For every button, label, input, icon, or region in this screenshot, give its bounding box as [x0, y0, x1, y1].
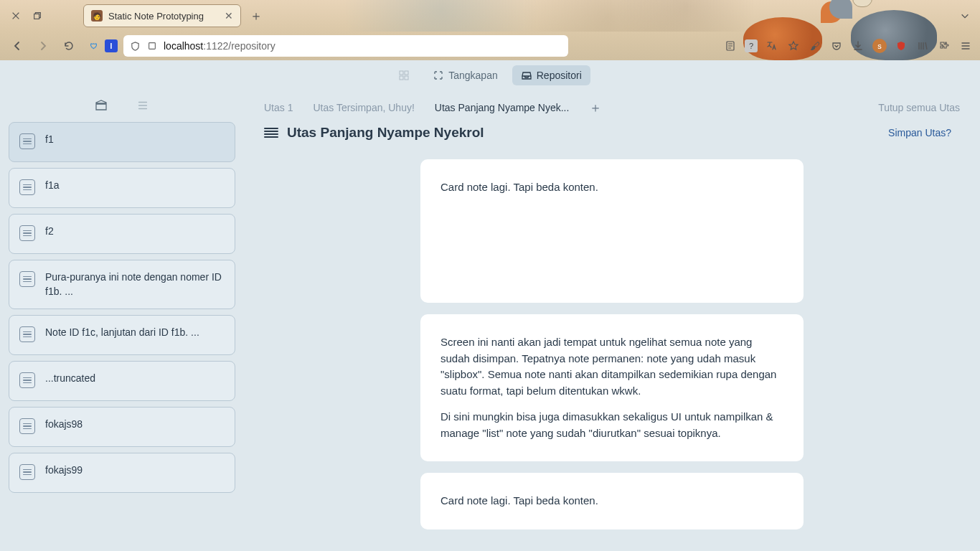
bookmark-star-icon[interactable]: [786, 39, 801, 53]
top-nav-repositori[interactable]: Repositori: [512, 65, 590, 85]
extension-brush-icon[interactable]: 🖌: [808, 39, 822, 53]
main-row: f1f1af2Pura-puranya ini note dengan nome…: [0, 90, 980, 551]
top-nav-label: Tangkapan: [448, 70, 498, 81]
extension-icon-shield[interactable]: 🛡: [88, 39, 100, 52]
svg-rect-0: [34, 14, 39, 19]
nav-reload-button[interactable]: [59, 36, 79, 56]
sidebar-card-text: f1: [45, 133, 54, 147]
close-window-icon[interactable]: [10, 10, 22, 22]
svg-rect-4: [405, 71, 408, 75]
close-all-threads-button[interactable]: Tutup semua Utas: [878, 102, 960, 113]
account-badge[interactable]: s: [872, 39, 887, 53]
toolbar-right-icons: ? 🖌 s: [723, 39, 973, 53]
translate-icon[interactable]: [765, 39, 779, 53]
note-card[interactable]: Screen ini nanti akan jadi tempat untuk …: [420, 314, 804, 461]
app-menu-icon[interactable]: [958, 39, 973, 53]
save-thread-button[interactable]: Simpan Utas?: [888, 127, 951, 138]
note-icon: [19, 133, 35, 149]
capture-icon: [433, 70, 444, 81]
url-text: localhost:1122/repository: [164, 40, 275, 52]
note-paragraph: Card note lagi. Tapi beda konten.: [440, 179, 783, 196]
note-paragraph: Screen ini nanti akan jadi tempat untuk …: [440, 334, 783, 399]
pocket-icon[interactable]: [829, 39, 844, 53]
tray-icon: [521, 70, 532, 81]
sidebar-note-card[interactable]: ...truncated: [9, 361, 235, 401]
library-icon[interactable]: [915, 39, 930, 53]
sidebar-card-text: Note ID f1c, lanjutan dari ID f1b. ...: [45, 326, 199, 340]
sidebar-note-card[interactable]: Pura-puranya ini note dengan nomer ID f1…: [9, 260, 235, 309]
sidebar-note-card[interactable]: fokajs99: [9, 453, 235, 493]
note-stream[interactable]: Card note lagi. Tapi beda konten.Screen …: [244, 152, 980, 551]
thread-tab-active[interactable]: Utas Panjang Nyampe Nyek...: [435, 102, 570, 113]
nav-back-button[interactable]: [7, 36, 27, 56]
thread-tab[interactable]: Utas Tersimpan, Uhuy!: [313, 102, 414, 113]
sidebar-tab-list[interactable]: [135, 98, 151, 113]
browser-tabstrip: 🧑 Static Note Prototyping ✕ ＋: [0, 0, 980, 32]
note-paragraph: Card note lagi. Tapi beda konten.: [440, 493, 783, 509]
sidebar-tab-box[interactable]: [93, 98, 109, 113]
top-nav: Tangkapan Repositori: [0, 60, 980, 90]
svg-rect-5: [400, 76, 403, 80]
add-thread-button[interactable]: ＋: [589, 99, 602, 116]
note-card[interactable]: Card note lagi. Tapi beda konten.: [420, 159, 804, 303]
top-nav-label: Repositori: [537, 70, 582, 81]
note-icon: [19, 326, 35, 342]
note-icon: [19, 464, 35, 480]
tracking-protection-icon[interactable]: [129, 40, 141, 52]
grid-icon: [398, 70, 410, 81]
sidebar-card-text: fokajs98: [45, 418, 83, 432]
new-tab-button[interactable]: ＋: [250, 7, 263, 24]
svg-rect-6: [405, 76, 408, 80]
sidebar-card-text: fokajs99: [45, 463, 83, 478]
thread-tab[interactable]: Utas 1: [264, 102, 293, 113]
note-card[interactable]: Card note lagi. Tapi beda konten.: [420, 473, 804, 529]
note-paragraph: Di sini mungkin bisa juga dimasukkan sek…: [440, 409, 783, 441]
sidebar-card-text: f1a: [45, 179, 59, 193]
browser-tab-active[interactable]: 🧑 Static Note Prototyping ✕: [83, 4, 241, 27]
reader-mode-icon[interactable]: [723, 39, 738, 53]
restore-window-icon[interactable]: [32, 10, 43, 22]
downloads-icon[interactable]: [851, 39, 865, 53]
svg-rect-1: [149, 43, 156, 50]
tabstrip-controls: [6, 10, 43, 22]
sidebar-note-card[interactable]: Note ID f1c, lanjutan dari ID f1b. ...: [9, 315, 235, 355]
top-nav-tangkapan[interactable]: Tangkapan: [424, 65, 507, 85]
sidebar-card-text: f2: [45, 225, 54, 239]
extension-ublock-icon[interactable]: [894, 39, 908, 53]
sidebar-note-card[interactable]: f1: [9, 122, 235, 162]
tab-favicon: 🧑: [91, 10, 103, 22]
sidebar-card-list: f1f1af2Pura-puranya ini note dengan nome…: [9, 122, 235, 493]
sidebar-card-text: ...truncated: [45, 372, 95, 386]
extension-icons-left: 🛡 I: [88, 39, 118, 52]
sidebar-note-card[interactable]: f2: [9, 214, 235, 254]
tabs-dropdown-icon[interactable]: [960, 11, 974, 21]
note-icon: [19, 271, 35, 287]
extension-icon-i[interactable]: I: [105, 39, 118, 52]
sidebar: f1f1af2Pura-puranya ini note dengan nome…: [0, 90, 244, 551]
sidebar-note-card[interactable]: f1a: [9, 168, 235, 208]
sidebar-note-card[interactable]: fokajs98: [9, 407, 235, 447]
url-bar[interactable]: localhost:1122/repository: [123, 35, 568, 57]
note-icon: [19, 225, 35, 241]
extensions-puzzle-icon[interactable]: [937, 39, 951, 53]
thread-title: Utas Panjang Nyampe Nyekrol: [287, 125, 484, 141]
sidebar-card-text: Pura-puranya ini note dengan nomer ID f1…: [45, 270, 225, 298]
thread-tabs: Utas 1 Utas Tersimpan, Uhuy! Utas Panjan…: [244, 90, 980, 121]
site-info-icon[interactable]: [146, 40, 158, 52]
note-icon: [19, 179, 35, 195]
tab-title: Static Note Prototyping: [108, 11, 204, 22]
note-icon: [19, 372, 35, 388]
browser-toolbar: 🛡 I localhost:1122/repository ? 🖌 s: [0, 32, 980, 60]
app-root: Tangkapan Repositori f1f1af2Pura-puranya…: [0, 60, 980, 551]
svg-rect-3: [400, 71, 403, 75]
content-pane: Utas 1 Utas Tersimpan, Uhuy! Utas Panjan…: [244, 90, 980, 551]
nav-forward-button[interactable]: [33, 36, 53, 56]
thread-icon: [264, 126, 278, 140]
thread-header: Utas Panjang Nyampe Nyekrol Simpan Utas?: [244, 121, 980, 152]
sidebar-view-tabs: [9, 93, 235, 122]
top-nav-grid: [390, 65, 418, 85]
note-icon: [19, 418, 35, 434]
help-icon[interactable]: ?: [745, 39, 758, 52]
tab-close-icon[interactable]: ✕: [225, 10, 233, 22]
